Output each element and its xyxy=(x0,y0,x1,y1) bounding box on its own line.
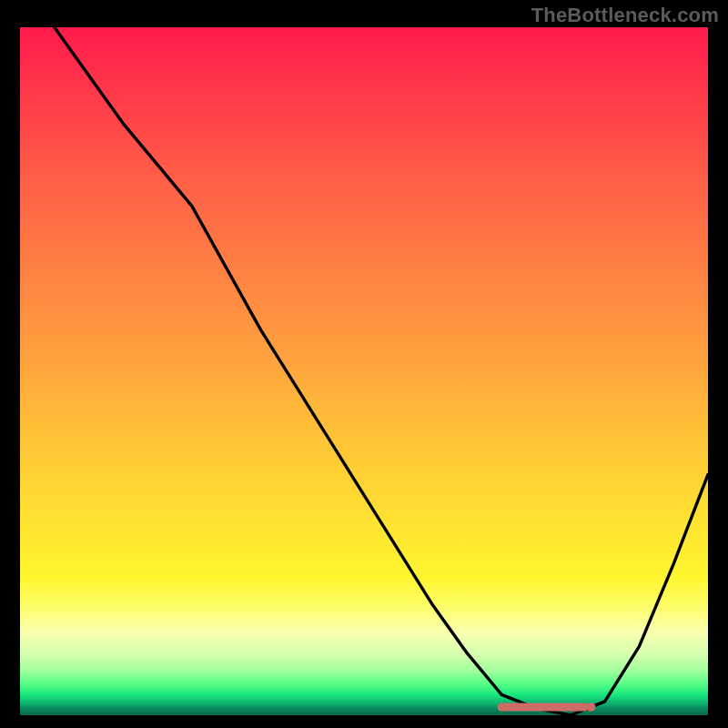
bottleneck-curve xyxy=(20,27,708,715)
bottleneck-curve-path xyxy=(55,27,708,715)
watermark-text: TheBottleneck.com xyxy=(531,4,719,27)
bottleneck-chart xyxy=(20,27,708,715)
